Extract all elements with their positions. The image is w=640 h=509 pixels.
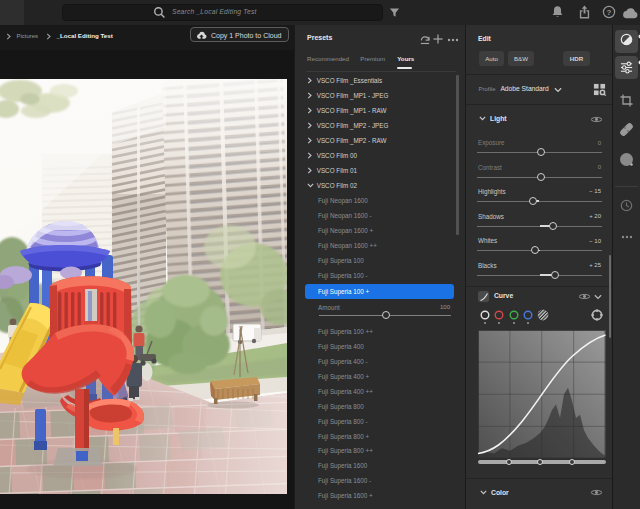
- svg-text:?: ?: [607, 8, 612, 17]
